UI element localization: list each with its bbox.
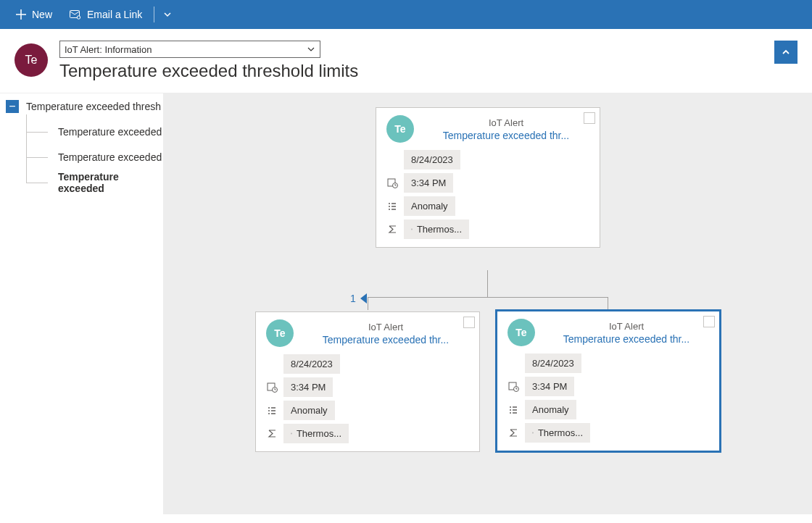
card-avatar: Te: [266, 319, 294, 347]
sigma-icon: [266, 428, 278, 440]
list-icon: [386, 201, 398, 212]
chevron-down-icon: [163, 10, 172, 19]
card-date: 8/24/2023: [283, 354, 340, 374]
card-device-link[interactable]: Thermos...: [525, 423, 590, 443]
workspace: − Temperature exceeded thresh Temperatur…: [0, 93, 812, 514]
expand-left-icon[interactable]: [360, 293, 367, 304]
card-title-link[interactable]: Temperature exceeded thr...: [423, 130, 589, 141]
tree-root-node[interactable]: − Temperature exceeded thresh: [0, 93, 163, 119]
record-avatar: Te: [14, 43, 48, 77]
card-checkbox[interactable]: [703, 316, 715, 327]
card-entity-type: IoT Alert: [302, 322, 469, 332]
new-button[interactable]: New: [7, 0, 61, 29]
ribbon-more-button[interactable]: [157, 0, 178, 29]
card-avatar: Te: [508, 319, 535, 346]
tree-child-node[interactable]: Temperature exceeded: [20, 144, 163, 170]
email-link-label: Email a Link: [87, 9, 142, 20]
ribbon-separator: [154, 7, 154, 22]
list-icon: [266, 405, 278, 417]
chevron-down-icon: [307, 45, 315, 54]
chevron-up-icon: [781, 47, 791, 57]
cube-icon: [291, 429, 292, 438]
card-status: Anomaly: [283, 401, 335, 420]
collapse-icon[interactable]: −: [6, 100, 19, 113]
card-status: Anomaly: [404, 196, 455, 216]
form-selector[interactable]: IoT Alert: Information: [59, 41, 320, 58]
plus-icon: [16, 9, 26, 20]
card-status: Anomaly: [525, 400, 576, 419]
email-link-icon: [70, 9, 81, 20]
card-avatar: Te: [386, 115, 414, 143]
card-date: 8/24/2023: [525, 353, 581, 373]
tree-root-label: Temperature exceeded thresh: [26, 101, 161, 112]
svg-point-1: [77, 16, 80, 19]
cube-icon: [532, 428, 534, 438]
calendar-clock-icon: [508, 381, 519, 393]
tree-child-node[interactable]: Temperature exceeded: [20, 119, 163, 144]
card-time: 3:34 PM: [404, 173, 453, 193]
calendar-clock-icon: [386, 177, 398, 189]
card-title-link[interactable]: Temperature exceeded thr...: [544, 333, 709, 345]
sigma-icon: [508, 427, 519, 439]
sigma-icon: [386, 224, 398, 235]
cube-icon: [411, 225, 413, 234]
card-entity-type: IoT Alert: [423, 117, 589, 128]
collapse-header-button[interactable]: [774, 41, 798, 64]
record-header: Te IoT Alert: Information Temperature ex…: [0, 29, 812, 93]
card-entity-type: IoT Alert: [544, 321, 709, 332]
form-selector-label: IoT Alert: Information: [65, 44, 152, 55]
command-bar: New Email a Link: [0, 0, 812, 29]
hierarchy-card[interactable]: Te IoT Alert Temperature exceeded thr...…: [255, 311, 480, 452]
hierarchy-card[interactable]: Te IoT Alert Temperature exceeded thr...…: [496, 310, 721, 452]
new-button-label: New: [32, 9, 52, 20]
hierarchy-tree: − Temperature exceeded thresh Temperatur…: [0, 93, 163, 514]
card-time: 3:34 PM: [283, 377, 333, 397]
card-title-link[interactable]: Temperature exceeded thr...: [302, 334, 469, 346]
connector-line: [608, 297, 608, 310]
child-count-value: 1: [350, 293, 356, 304]
email-link-button[interactable]: Email a Link: [61, 0, 151, 29]
card-date: 8/24/2023: [404, 150, 460, 170]
connector-line: [368, 297, 608, 298]
child-count-badge: 1: [350, 293, 367, 304]
card-time: 3:34 PM: [525, 377, 574, 396]
calendar-clock-icon: [266, 382, 278, 393]
card-device-link[interactable]: Thermos...: [283, 424, 349, 443]
tree-child-node[interactable]: Temperature exceeded: [20, 170, 163, 195]
card-checkbox[interactable]: [584, 112, 595, 124]
card-checkbox[interactable]: [463, 317, 475, 328]
card-device-link[interactable]: Thermos...: [404, 219, 469, 239]
hierarchy-canvas[interactable]: 1 Te IoT Alert Temperature exceeded thr.…: [163, 93, 812, 514]
list-icon: [508, 404, 519, 416]
connector-line: [368, 297, 368, 310]
page-title: Temperature exceeded threshold limits: [59, 61, 763, 81]
connector-line: [487, 270, 488, 297]
hierarchy-card[interactable]: Te IoT Alert Temperature exceeded thr...…: [376, 107, 600, 248]
